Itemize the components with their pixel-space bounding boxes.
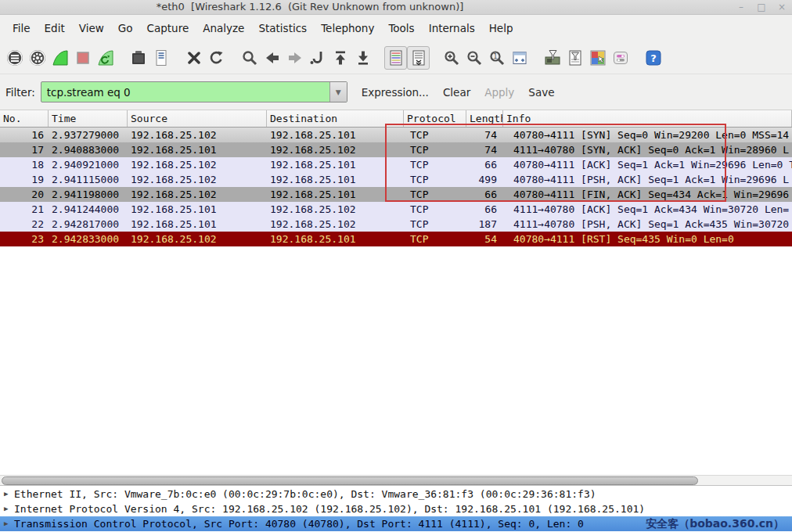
clear-button[interactable]: Clear [443,86,470,99]
zoom-in-icon [442,49,461,67]
detail-row-ip[interactable]: ▶ Internet Protocol Version 4, Src: 192.… [0,501,792,516]
packet-row-23[interactable]: 232.942833000192.168.25.102192.168.25.10… [0,232,792,246]
start-capture-button[interactable] [49,46,71,70]
open-file-icon [129,49,148,67]
auto-scroll-button[interactable] [407,46,430,70]
apply-button[interactable]: Apply [484,86,514,99]
menu-tools[interactable]: Tools [381,19,421,38]
preferences-icon [611,49,630,67]
col-info[interactable]: Info [503,110,792,127]
window-title: *eth0 [Wireshark 1.12.6 (Git Rev Unknown… [0,1,620,13]
help-button[interactable]: ? [642,46,664,70]
packet-row-20[interactable]: 202.941198000192.168.25.102192.168.25.10… [0,187,792,202]
find-packet-button[interactable] [238,46,261,70]
expander-icon[interactable]: ▶ [4,487,8,501]
save-button[interactable]: Save [528,86,554,99]
packet-list-header: No. Time Source Destination Protocol Len… [0,110,792,128]
go-to-packet-button[interactable] [306,46,329,70]
col-protocol[interactable]: Protocol [404,110,466,127]
watermark-text: 安全客（bobao.360.cn） [646,516,784,531]
zoom-100-icon: 1 [488,49,506,67]
col-length[interactable]: Length [466,110,503,127]
packet-row-19[interactable]: 192.941115000192.168.25.102192.168.25.10… [0,172,792,187]
go-to-bottom-icon [354,49,373,67]
restart-capture-button[interactable] [94,46,117,70]
detail-row-ethernet[interactable]: ▶ Ethernet II, Src: Vmware_7b:0c:e0 (00:… [0,487,792,501]
list-interfaces-icon [5,49,24,67]
preferences-button[interactable] [609,46,632,70]
menu-edit[interactable]: Edit [38,19,72,38]
packet-row-17[interactable]: 172.940883000192.168.25.101192.168.25.10… [0,142,792,157]
reload-icon [207,49,226,67]
packet-details-pane: ▶ Ethernet II, Src: Vmware_7b:0c:e0 (00:… [0,487,792,532]
reload-button[interactable] [205,46,228,70]
save-file-button[interactable] [149,46,172,70]
close-file-button[interactable] [182,46,205,70]
filter-entry: ▼ [41,81,347,102]
col-source[interactable]: Source [128,110,267,127]
svg-text:1: 1 [493,52,497,60]
close-button[interactable]: × [776,0,787,14]
titlebar: *eth0 [Wireshark 1.12.6 (Git Rev Unknown… [0,0,792,15]
go-back-button[interactable] [261,46,283,70]
filter-toolbar: Filter: ▼ Expression... Clear Apply Save [0,74,792,110]
start-capture-icon [51,49,70,67]
chevron-down-icon: ▼ [336,88,341,96]
minimize-button[interactable]: – [736,0,747,14]
coloring-rules-button[interactable] [586,46,609,70]
filter-input[interactable] [41,82,329,102]
detail-row-tcp[interactable]: ▶ Transmission Control Protocol, Src Por… [0,516,792,531]
save-file-icon [152,49,171,67]
packet-row-18[interactable]: 182.940921000192.168.25.102192.168.25.10… [0,157,792,172]
filter-dropdown-button[interactable]: ▼ [329,82,347,102]
menu-help[interactable]: Help [482,19,520,38]
packet-row-21[interactable]: 212.941244000192.168.25.101192.168.25.10… [0,202,792,217]
menu-statistics[interactable]: Statistics [251,19,314,38]
expression-button[interactable]: Expression... [362,86,429,99]
open-file-button[interactable] [127,46,149,70]
horizontal-scrollbar[interactable] [0,475,792,486]
col-time[interactable]: Time [49,110,128,127]
go-to-top-button[interactable] [329,46,351,70]
auto-scroll-icon [409,49,428,67]
list-interfaces-button[interactable] [3,46,26,70]
zoom-out-button[interactable] [463,46,485,70]
stop-capture-icon [74,49,92,67]
menu-telephony[interactable]: Telephony [314,19,381,38]
coloring-rules-icon [589,49,607,67]
go-to-top-icon [331,49,350,67]
maximize-button[interactable]: □ [756,0,767,14]
horizontal-scrollbar-thumb[interactable] [2,476,698,485]
menu-capture[interactable]: Capture [140,19,196,38]
display-filter-icon [566,49,585,67]
zoom-100-button[interactable]: 1 [485,46,508,70]
go-forward-button[interactable] [283,46,306,70]
display-filter-button[interactable] [563,46,586,70]
menu-analyze[interactable]: Analyze [196,19,251,38]
menu-go[interactable]: Go [111,19,140,38]
resize-columns-button[interactable] [508,46,531,70]
expander-icon[interactable]: ▶ [4,516,8,531]
wireshark-window: *eth0 [Wireshark 1.12.6 (Git Rev Unknown… [0,0,792,532]
packet-row-22[interactable]: 222.942817000192.168.25.101192.168.25.10… [0,217,792,232]
detail-text: Internet Protocol Version 4, Src: 192.16… [14,503,645,515]
menu-view[interactable]: View [72,19,111,38]
detail-text: Ethernet II, Src: Vmware_7b:0c:e0 (00:0c… [14,488,596,500]
capture-filter-icon [543,49,562,67]
colorize-list-button[interactable] [384,46,407,70]
close-file-icon [185,49,203,67]
packet-row-16[interactable]: 162.937279000192.168.25.102192.168.25.10… [0,128,792,142]
zoom-in-button[interactable] [440,46,463,70]
help-icon: ? [644,49,663,67]
expander-icon[interactable]: ▶ [4,501,8,516]
stop-capture-button[interactable] [71,46,94,70]
capture-options-button[interactable] [26,46,49,70]
main-toolbar: 1 ? [0,41,792,74]
go-to-bottom-button[interactable] [351,46,374,70]
menu-file[interactable]: File [5,19,38,38]
capture-filter-button[interactable] [541,46,563,70]
col-no[interactable]: No. [0,110,49,127]
menu-internals[interactable]: Internals [422,19,482,38]
col-destination[interactable]: Destination [267,110,404,127]
colorize-list-icon [387,49,405,67]
